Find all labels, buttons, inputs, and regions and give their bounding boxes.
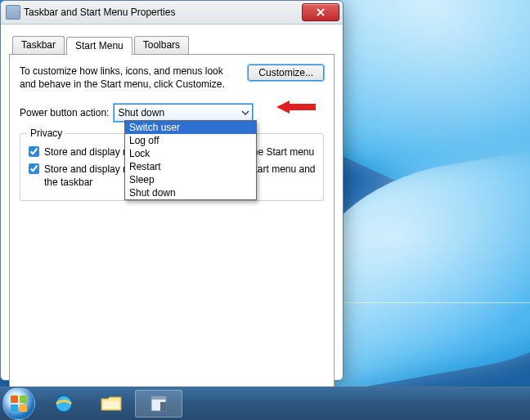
privacy-checkbox-1-input[interactable]: [29, 146, 39, 157]
power-button-dropdown[interactable]: Switch user Log off Lock Restart Sleep S…: [124, 120, 257, 200]
svg-rect-2: [20, 395, 27, 403]
annotation-arrow-icon: [276, 99, 317, 115]
taskbar[interactable]: [0, 386, 530, 420]
power-button-label: Power button action:: [20, 107, 109, 118]
svg-marker-0: [276, 101, 316, 114]
dialog-body: Taskbar Start Menu Toolbars To customize…: [1, 25, 343, 420]
windows-logo-icon: [10, 395, 28, 413]
dropdown-option-lock[interactable]: Lock: [125, 147, 256, 160]
close-button[interactable]: [302, 3, 339, 21]
properties-dialog: Taskbar and Start Menu Properties Taskba…: [0, 0, 344, 381]
chevron-down-icon: [241, 108, 249, 119]
titlebar[interactable]: Taskbar and Start Menu Properties: [1, 1, 343, 25]
folder-icon: [100, 394, 123, 413]
svg-rect-4: [20, 404, 27, 412]
tab-taskbar[interactable]: Taskbar: [12, 36, 65, 54]
dropdown-option-sleep[interactable]: Sleep: [125, 173, 256, 186]
dropdown-option-switch-user[interactable]: Switch user: [125, 121, 256, 134]
svg-rect-3: [11, 404, 18, 412]
wallpaper-line: [344, 302, 530, 303]
taskbar-item-ie[interactable]: [40, 390, 88, 418]
tab-start-menu[interactable]: Start Menu: [66, 37, 132, 55]
internet-explorer-icon: [52, 394, 75, 413]
svg-rect-8: [151, 396, 166, 400]
window-title: Taskbar and Start Menu Properties: [24, 7, 175, 18]
taskbar-item-explorer[interactable]: [88, 390, 135, 418]
taskbar-item-properties[interactable]: [135, 390, 182, 418]
power-button-select-value: Shut down: [118, 107, 164, 118]
tab-strip: Taskbar Start Menu Toolbars: [9, 36, 335, 55]
tab-toolbars[interactable]: Toolbars: [134, 36, 189, 54]
privacy-legend: Privacy: [27, 127, 65, 139]
properties-window-icon: [147, 394, 170, 413]
svg-rect-9: [160, 402, 166, 411]
desktop: Taskbar and Start Menu Properties Taskba…: [0, 0, 530, 420]
intro-text: To customize how links, icons, and menus…: [20, 65, 238, 91]
window-icon: [6, 5, 20, 20]
privacy-checkbox-2-input[interactable]: [29, 163, 39, 174]
svg-rect-1: [11, 395, 18, 403]
dropdown-option-restart[interactable]: Restart: [125, 160, 256, 173]
dropdown-option-shut-down[interactable]: Shut down: [125, 186, 256, 199]
customize-button[interactable]: Customize...: [248, 65, 324, 81]
close-icon: [317, 8, 325, 16]
dropdown-option-log-off[interactable]: Log off: [125, 134, 256, 147]
svg-rect-6: [103, 401, 119, 409]
start-button[interactable]: [2, 387, 35, 420]
